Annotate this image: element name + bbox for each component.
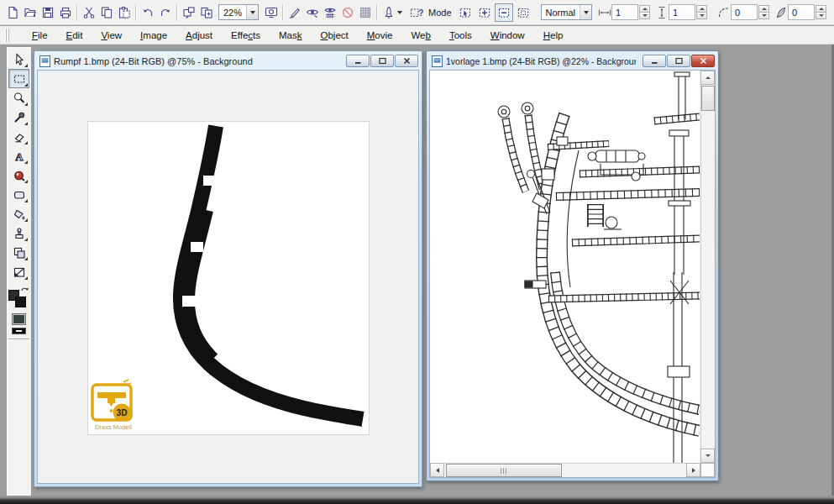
undo-button[interactable] (139, 3, 156, 22)
horizontal-scroll-thumb[interactable] (446, 464, 562, 477)
menu-window[interactable]: Window (481, 28, 534, 43)
close-icon (700, 57, 707, 65)
texture-fill-button[interactable] (356, 3, 374, 22)
rocket-launch-button[interactable] (380, 3, 397, 22)
main-toolbar: 22% Mode Normal 1 1 0 0 (0, 0, 834, 25)
scroll-up-button[interactable] (700, 71, 715, 85)
window1-caption-buttons (346, 55, 418, 67)
copy-button[interactable] (97, 3, 115, 22)
zoom-level-dropdown[interactable]: 22% (218, 4, 259, 20)
gradient-preview-swatch[interactable] (12, 328, 26, 334)
menu-image[interactable]: Image (131, 28, 176, 43)
window1-minimize-button[interactable] (346, 55, 370, 67)
scroll-down-button[interactable] (700, 449, 715, 463)
selection-height-field[interactable]: 1 (669, 4, 695, 20)
document-file-icon (432, 55, 443, 67)
cut-button[interactable] (80, 3, 97, 22)
menu-effects[interactable]: Effects (222, 28, 270, 43)
window1-titlebar[interactable]: Rumpf 1.bmp (24-Bit RGB) @75% - Backgrou… (36, 53, 420, 69)
color-picker-tool[interactable] (8, 108, 29, 127)
menu-help[interactable]: Help (534, 28, 573, 43)
window1-workarea: 3D Draxs Modell (37, 70, 419, 484)
menu-tools[interactable]: Tools (440, 28, 481, 43)
pen-edits-button[interactable] (286, 3, 303, 22)
mode-crop-button[interactable] (514, 3, 532, 22)
document-window-rumpf[interactable]: Rumpf 1.bmp (24-Bit RGB) @75% - Backgrou… (34, 50, 422, 487)
visibility-eye-button[interactable] (303, 3, 321, 22)
scroll-right-button[interactable] (686, 463, 700, 477)
rocket-launch-icon (382, 6, 396, 19)
menu-file[interactable]: File (23, 28, 57, 43)
vorlage-canvas[interactable] (430, 71, 700, 466)
duplicate-image-button[interactable] (197, 3, 215, 22)
menu-mask[interactable]: Mask (270, 28, 311, 43)
menu-movie[interactable]: Movie (358, 28, 402, 43)
zoom-dropdown-arrow-icon[interactable] (246, 5, 258, 19)
pointer-icon (13, 53, 26, 66)
height-down-button[interactable] (696, 12, 707, 19)
mode-subtract-button[interactable] (495, 3, 513, 22)
mode-add-button[interactable] (475, 3, 494, 22)
scrollbar-corner[interactable] (700, 463, 715, 477)
vertical-scroll-thumb[interactable] (701, 86, 715, 111)
toolbar-mid-groups (262, 3, 397, 22)
menu-web[interactable]: Web (401, 28, 439, 43)
screen-preview-button[interactable] (262, 3, 280, 22)
rumpf-canvas[interactable]: 3D Draxs Modell (87, 121, 370, 435)
pointer-tool[interactable] (8, 50, 29, 69)
mode-select-button[interactable] (456, 3, 475, 22)
text-tool-tool[interactable] (8, 146, 29, 165)
red-eye-tool[interactable] (8, 165, 29, 185)
horizontal-scrollbar[interactable] (430, 463, 700, 477)
grid-eye-button[interactable] (321, 3, 338, 22)
menu-object[interactable]: Object (312, 28, 358, 43)
active-color-well[interactable] (12, 313, 26, 325)
rocket-dropdown-arrow-icon[interactable] (397, 4, 402, 21)
print-button[interactable] (56, 3, 74, 22)
window2-minimize-button[interactable] (643, 55, 666, 67)
blend-mode-dropdown[interactable]: Normal (541, 4, 592, 20)
shape-tool-tool[interactable] (8, 185, 29, 204)
zoom-tool[interactable] (8, 88, 29, 108)
window1-close-button[interactable] (395, 55, 418, 67)
document-window-vorlage[interactable]: 1vorlage 1.bmp (24-Bit RGB) @22% - Backg… (426, 50, 719, 481)
redo-button[interactable] (156, 3, 174, 22)
selection-height-spinner: 1 (655, 4, 707, 20)
window2-titlebar[interactable]: 1vorlage 1.bmp (24-Bit RGB) @22% - Backg… (428, 53, 716, 69)
swap-colors-icon[interactable] (20, 286, 29, 296)
zoom-level-value: 22% (219, 8, 246, 18)
feather-field[interactable]: 0 (788, 4, 815, 20)
shape-tool-icon (13, 188, 26, 202)
background-color-swatch[interactable] (15, 297, 26, 307)
window1-maximize-button[interactable] (370, 55, 394, 67)
transform-tool[interactable] (8, 262, 29, 281)
paste-button[interactable] (115, 3, 133, 22)
vertical-scrollbar[interactable] (700, 71, 715, 463)
open-file-button[interactable] (21, 3, 39, 22)
clone-tool-icon (13, 227, 26, 240)
menu-adjust[interactable]: Adjust (176, 28, 222, 43)
zoom-icon (13, 92, 26, 105)
feather-down-button[interactable] (816, 12, 826, 19)
save-file-button[interactable] (39, 3, 56, 22)
menu-view[interactable]: View (92, 28, 131, 43)
selection-help-button[interactable] (409, 3, 424, 22)
selection-width-field[interactable]: 1 (611, 4, 638, 20)
rounding-field[interactable]: 0 (731, 4, 758, 20)
fill-tool-tool[interactable] (8, 204, 29, 223)
scroll-left-button[interactable] (430, 463, 444, 477)
rectangle-select-tool[interactable] (8, 69, 29, 88)
menu-edit[interactable]: Edit (57, 28, 92, 43)
object-select-tool[interactable] (8, 243, 29, 262)
width-down-button[interactable] (639, 12, 650, 19)
eraser-tool[interactable] (8, 127, 29, 146)
clone-tool-tool[interactable] (8, 223, 29, 243)
window2-close-button[interactable] (691, 55, 715, 67)
rounding-down-button[interactable] (758, 12, 769, 19)
window2-maximize-button[interactable] (667, 55, 690, 67)
no-symbol-button[interactable] (338, 3, 356, 22)
menubar-drag-handle[interactable] (5, 29, 11, 42)
export-image-button[interactable] (180, 3, 197, 22)
new-file-button[interactable] (3, 3, 21, 22)
blend-dropdown-arrow-icon[interactable] (580, 5, 591, 19)
